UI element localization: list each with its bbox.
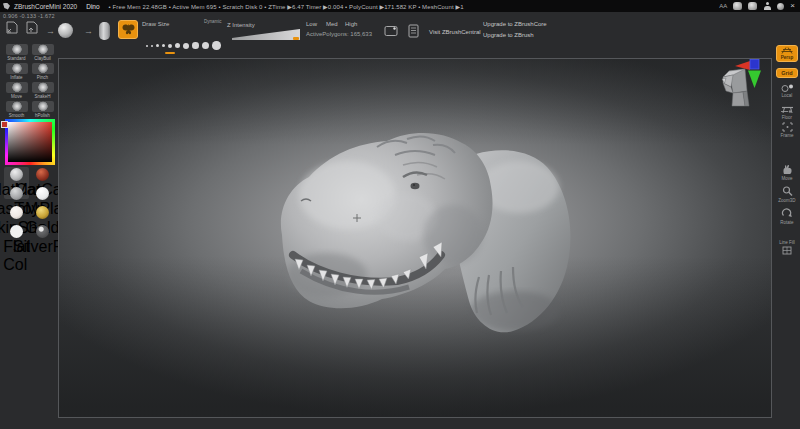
user-icon[interactable]	[763, 2, 771, 10]
brush-thumb	[6, 44, 28, 55]
screenshot-button[interactable]	[384, 25, 398, 37]
draw-size-dots[interactable]	[146, 39, 224, 52]
rotate-button[interactable]: Rotate	[776, 208, 798, 225]
symmetry-button[interactable]	[118, 20, 138, 39]
floor-button[interactable]: Floor	[776, 106, 798, 120]
material-thumb	[10, 206, 23, 219]
persp-button[interactable]: Persp	[776, 45, 798, 62]
zclassroom-button[interactable]	[407, 24, 420, 38]
selected-color-swatch	[1, 121, 8, 128]
arrow-icon: →	[46, 26, 55, 36]
brush-thumb	[32, 101, 54, 112]
active-polygons-readout: ActivePolygons: 165,633	[306, 31, 372, 37]
dynamic-label: Dynamic	[204, 19, 222, 24]
material-thumb	[36, 168, 49, 181]
brush-thumb	[32, 63, 54, 74]
title-bar: ZBrushCoreMini 2020 Dino • Free Mem 22.4…	[0, 0, 800, 12]
frame-button[interactable]: Frame	[776, 122, 798, 138]
restore-cylinder-button[interactable]	[99, 22, 110, 40]
brush-thumb	[32, 44, 54, 55]
draw-size-label: Draw Size	[142, 21, 169, 27]
antialias-toggle[interactable]: AA	[719, 3, 727, 9]
x-axis-cone	[735, 61, 750, 70]
brush-snakehook[interactable]: SnakeH	[30, 82, 55, 99]
material-thumb	[36, 225, 49, 238]
brush-thumb	[6, 63, 28, 74]
resolution-high-button[interactable]: High	[345, 21, 357, 27]
material-silverpearl[interactable]: SilverPe	[30, 224, 55, 256]
draw-size-active-marker	[165, 52, 175, 54]
sphere-icon[interactable]	[777, 3, 784, 10]
line-fill-icon	[782, 246, 792, 255]
hand-icon[interactable]	[733, 2, 742, 10]
save-project-button[interactable]	[25, 21, 38, 35]
brush-hpolish[interactable]: hPolish	[30, 101, 55, 118]
material-thumb	[10, 225, 23, 238]
hand-icon	[782, 164, 793, 175]
resolution-low-button[interactable]: Low	[306, 21, 317, 27]
axis-gizmo[interactable]	[735, 57, 765, 89]
brush-inflate[interactable]: Inflate	[4, 63, 29, 80]
brush-thumb	[6, 101, 28, 112]
right-shelf: Persp Grid Local Floor	[772, 44, 800, 429]
left-palette: Standard ClayBuil Inflate Pinch Move Sna…	[0, 44, 57, 429]
rotate-icon	[781, 208, 793, 219]
z-intensity-slider[interactable]	[232, 29, 300, 40]
zoom3d-button[interactable]: Zoom3D	[776, 186, 798, 203]
z-intensity-label: Z Intensity	[227, 22, 255, 28]
hand-icon[interactable]	[748, 2, 757, 10]
brush-thumb	[6, 82, 28, 93]
coords-readout: 0.906 -0.133 -1.672	[3, 13, 55, 19]
grid-button[interactable]: Grid	[776, 68, 798, 78]
material-thumb	[10, 187, 23, 200]
arrow-icon: →	[84, 26, 93, 36]
close-icon[interactable]: ×	[790, 2, 795, 10]
magnifier-icon	[782, 186, 793, 197]
brush-thumb	[32, 82, 54, 93]
zbrush-logo-icon	[3, 3, 10, 10]
upgrade-zbrushcore-link[interactable]: Upgrade to ZBrushCore	[483, 21, 547, 27]
color-picker[interactable]	[5, 119, 55, 165]
line-fill-button[interactable]: Line Fill	[776, 240, 798, 255]
upgrade-zbrush-link[interactable]: Upgrade to ZBrush	[483, 32, 534, 38]
local-button[interactable]: Local	[776, 84, 798, 98]
z-intensity-marker	[293, 37, 299, 40]
brush-smooth[interactable]: Smooth	[4, 101, 29, 118]
floor-icon	[781, 106, 794, 114]
move-button[interactable]: Move	[776, 164, 798, 181]
document-name: Dino	[86, 3, 99, 10]
app-title: ZBrushCoreMini 2020	[14, 3, 77, 10]
brush-pinch[interactable]: Pinch	[30, 63, 55, 80]
y-axis-cone	[748, 71, 761, 89]
brush-claybuildup[interactable]: ClayBuil	[30, 44, 55, 61]
material-thumb	[36, 206, 49, 219]
frame-icon	[782, 122, 793, 132]
z-axis-cube	[750, 60, 759, 70]
top-shelf: 0.906 -0.133 -1.672 → → Draw Size Dynami…	[0, 12, 800, 44]
brush-move[interactable]: Move	[4, 82, 29, 99]
brush-standard[interactable]: Standard	[4, 44, 29, 61]
visit-zbrushcentral-link[interactable]: Visit ZBrushCentral	[429, 29, 481, 35]
butterfly-icon	[121, 23, 136, 36]
open-project-button[interactable]	[5, 21, 18, 35]
material-thumb	[10, 168, 23, 181]
color-picker-gradient[interactable]	[8, 122, 52, 162]
memory-stats: • Free Mem 22.48GB • Active Mem 695 • Sc…	[109, 3, 464, 10]
restore-sphere-button[interactable]	[58, 23, 73, 38]
resolution-med-button[interactable]: Med	[326, 21, 338, 27]
trex-sculpt[interactable]	[257, 125, 587, 340]
document-canvas[interactable]	[58, 58, 772, 418]
material-thumb	[36, 187, 49, 200]
local-icon	[781, 84, 794, 92]
persp-grid-icon	[781, 47, 793, 54]
zbrushcoremini-window: ZBrushCoreMini 2020 Dino • Free Mem 22.4…	[0, 0, 800, 429]
